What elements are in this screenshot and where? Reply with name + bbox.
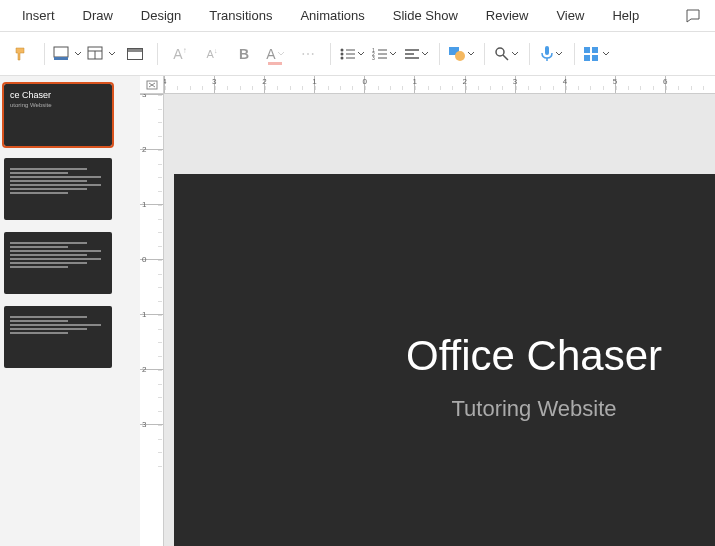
svg-point-25	[496, 48, 504, 56]
slide-main[interactable]: Office Chaser Tutoring Website	[174, 174, 715, 546]
svg-rect-27	[545, 46, 549, 55]
svg-rect-31	[584, 55, 590, 61]
menu-insert[interactable]: Insert	[8, 2, 69, 29]
ruler-corner[interactable]	[140, 76, 164, 94]
menu-bar: Insert Draw Design Transitions Animation…	[0, 0, 715, 32]
thumbnail-slide-3[interactable]	[4, 232, 112, 294]
svg-rect-7	[128, 49, 142, 52]
section-button[interactable]	[121, 40, 149, 68]
menu-help[interactable]: Help	[598, 2, 653, 29]
menu-draw[interactable]: Draw	[69, 2, 127, 29]
align-button[interactable]	[403, 40, 431, 68]
layout-button[interactable]	[87, 40, 117, 68]
workspace: ce Chaser utoring Website	[0, 76, 715, 546]
new-slide-button[interactable]	[53, 40, 83, 68]
menu-review[interactable]: Review	[472, 2, 543, 29]
svg-rect-0	[54, 47, 68, 57]
svg-rect-30	[592, 47, 598, 53]
comments-icon[interactable]	[679, 2, 707, 30]
thumbnail-slide-1[interactable]: ce Chaser utoring Website	[4, 84, 112, 146]
slide-thumbnails-panel: ce Chaser utoring Website	[0, 76, 140, 546]
horizontal-ruler[interactable]: 43210123456	[164, 76, 715, 94]
thumbnail-slide-2[interactable]	[4, 158, 112, 220]
svg-rect-32	[592, 55, 598, 61]
thumb-title: ce Chaser	[10, 90, 106, 100]
find-button[interactable]	[493, 40, 521, 68]
dictate-button[interactable]	[538, 40, 566, 68]
svg-point-24	[455, 51, 465, 61]
vertical-ruler[interactable]: 3210123	[140, 94, 164, 546]
svg-line-26	[503, 55, 508, 60]
bullets-button[interactable]	[339, 40, 367, 68]
bold-button: B	[230, 40, 258, 68]
format-painter-button[interactable]	[8, 40, 36, 68]
svg-point-10	[341, 52, 344, 55]
slide-subtitle[interactable]: Tutoring Website	[451, 396, 616, 422]
slide-editor: 43210123456 3210123 Office Chaser Tutori…	[140, 76, 715, 546]
shapes-button[interactable]	[448, 40, 476, 68]
numbering-button[interactable]: 123	[371, 40, 399, 68]
thumb-subtitle: utoring Website	[10, 102, 106, 108]
menu-transitions[interactable]: Transitions	[195, 2, 286, 29]
menu-slideshow[interactable]: Slide Show	[379, 2, 472, 29]
slide-canvas-area[interactable]: Office Chaser Tutoring Website	[164, 94, 715, 546]
thumbnail-slide-4[interactable]	[4, 306, 112, 368]
menu-design[interactable]: Design	[127, 2, 195, 29]
svg-point-12	[341, 56, 344, 59]
increase-font-button: A↑	[166, 40, 194, 68]
toolbar: A↑ A↓ B A ⋯ 123	[0, 32, 715, 76]
svg-rect-1	[54, 57, 68, 60]
svg-point-8	[341, 48, 344, 51]
menu-view[interactable]: View	[542, 2, 598, 29]
svg-rect-29	[584, 47, 590, 53]
font-color-button: A	[262, 40, 290, 68]
svg-text:3: 3	[372, 55, 375, 61]
more-font-button: ⋯	[294, 40, 322, 68]
slide-title[interactable]: Office Chaser	[406, 332, 662, 380]
decrease-font-button: A↓	[198, 40, 226, 68]
designer-button[interactable]	[583, 40, 611, 68]
menu-animations[interactable]: Animations	[286, 2, 378, 29]
